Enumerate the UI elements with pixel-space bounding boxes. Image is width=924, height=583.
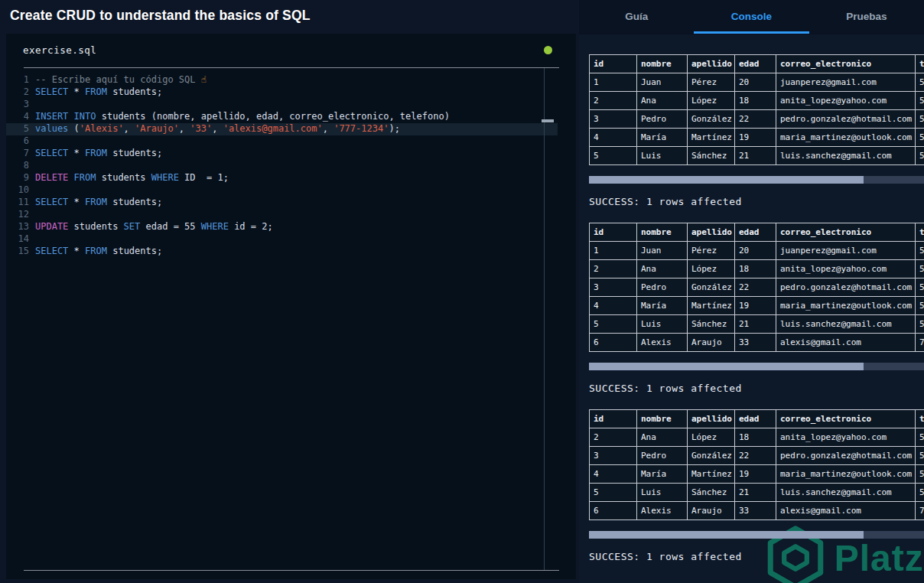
line-number: 6 [6, 135, 29, 148]
success-message: SUCCESS: 1 rows affected [589, 383, 924, 394]
code-line[interactable]: 12 [6, 209, 558, 221]
line-number: 3 [6, 99, 29, 111]
line-number: 9 [6, 172, 29, 184]
code-line[interactable]: 10 [6, 184, 558, 197]
table-header-row: idnombreapellidoedadcorreo_electronicote… [590, 55, 924, 73]
app-root: Create CRUD to understand the basics of … [0, 0, 924, 583]
scrollbar-thumb[interactable] [589, 531, 864, 539]
editor-header: exercise.sql [6, 34, 576, 67]
code-line[interactable]: 8 [6, 160, 558, 172]
table-row: 3PedroGonzález22pedro.gonzalez@hotmail.c… [590, 278, 924, 297]
editor-scrollbar-track[interactable] [544, 68, 545, 570]
code-line[interactable]: 9DELETE FROM students WHERE ID = 1; [6, 172, 558, 184]
tab-pruebas[interactable]: Pruebas [809, 0, 924, 34]
tab-bar: GuíaConsolePruebas [579, 0, 924, 34]
console-pane: GuíaConsolePruebas idnombreapellidoedadc… [579, 0, 924, 583]
success-message: SUCCESS: 1 rows affected [589, 196, 924, 207]
table-row: 3PedroGonzález22pedro.gonzalez@hotmail.c… [590, 447, 924, 465]
horizontal-scrollbar[interactable] [589, 176, 924, 184]
table-row: 5LuisSánchez21luis.sanchez@gmail.com555-… [590, 315, 924, 334]
table-row: 2AnaLópez18anita_lopez@yahoo.com555-5678 [590, 428, 924, 447]
line-number: 14 [6, 233, 29, 246]
editor-filename: exercise.sql [23, 44, 96, 56]
tab-guía[interactable]: Guía [579, 0, 694, 34]
table-header-row: idnombreapellidoedadcorreo_electronicote… [590, 223, 924, 242]
code-line[interactable]: 13UPDATE students SET edad = 55 WHERE id… [6, 221, 558, 233]
exercise-pane: Create CRUD to understand the basics of … [0, 0, 579, 583]
table-row: 6AlexisAraujo33alexis@gmail.com777-1234 [590, 334, 924, 352]
line-number: 15 [6, 246, 29, 258]
table-header-row: idnombreapellidoedadcorreo_electronicote… [590, 410, 924, 428]
line-number: 4 [6, 111, 29, 123]
scrollbar-thumb[interactable] [589, 363, 864, 370]
code-line[interactable]: 14 [6, 233, 558, 246]
page-title: Create CRUD to understand the basics of … [0, 0, 579, 24]
line-number: 10 [6, 184, 29, 197]
horizontal-scrollbar[interactable] [589, 531, 924, 539]
table-row: 4MaríaMartínez19maria_martinez@outlook.c… [590, 465, 924, 484]
scrollbar-thumb[interactable] [589, 176, 864, 184]
code-editor[interactable]: exercise.sql 1-- Escribe aquí tu código … [6, 34, 576, 579]
table-row: 5LuisSánchez21luis.sanchez@gmail.com555-… [590, 147, 924, 165]
table-row: 1JuanPérez20juanperez@gmail.com555-1234 [590, 242, 924, 260]
line-number: 5 [6, 123, 29, 135]
code-line[interactable]: 11SELECT * FROM students; [6, 197, 558, 209]
table-row: 4MaríaMartínez19maria_martinez@outlook.c… [590, 129, 924, 147]
table-row: 4MaríaMartínez19maria_martinez@outlook.c… [590, 297, 924, 315]
editor-status-dot [544, 46, 552, 54]
result-table: idnombreapellidoedadcorreo_electronicote… [589, 223, 924, 352]
console-output: idnombreapellidoedadcorreo_electronicote… [579, 34, 924, 562]
code-line[interactable]: 15SELECT * FROM students; [6, 246, 558, 258]
code-line[interactable]: 3 [6, 99, 558, 111]
code-line[interactable]: 7SELECT * FROM students; [6, 148, 558, 160]
code-line[interactable]: 6 [6, 135, 558, 148]
line-number: 8 [6, 160, 29, 172]
table-row: 1JuanPérez20juanperez@gmail.com555-1234 [590, 73, 924, 92]
line-number: 2 [6, 86, 29, 99]
editor-scrollbar-thumb[interactable] [542, 119, 554, 122]
table-row: 2AnaLópez18anita_lopez@yahoo.com555-5678 [590, 92, 924, 110]
code-line[interactable]: 5values ('Alexis', 'Araujo', '33', 'alex… [6, 123, 558, 135]
code-line[interactable]: 2SELECT * FROM students; [6, 86, 558, 99]
result-table: idnombreapellidoedadcorreo_electronicote… [589, 54, 924, 165]
line-number: 7 [6, 148, 29, 160]
table-row: 3PedroGonzález22pedro.gonzalez@hotmail.c… [590, 110, 924, 129]
code-lines[interactable]: 1-- Escribe aquí tu código SQL ☝2SELECT … [6, 68, 576, 570]
line-number: 11 [6, 197, 29, 209]
code-line[interactable]: 1-- Escribe aquí tu código SQL ☝ [6, 74, 558, 86]
line-number: 12 [6, 209, 29, 221]
table-row: 5LuisSánchez21luis.sanchez@gmail.com555-… [590, 484, 924, 502]
line-number: 1 [6, 74, 29, 86]
table-row: 6AlexisAraujo33alexis@gmail.com777-1234 [590, 502, 924, 520]
code-line[interactable]: 4INSERT INTO students (nombre, apellido,… [6, 111, 558, 123]
success-message: SUCCESS: 1 rows affected [589, 551, 924, 562]
tab-console[interactable]: Console [694, 0, 808, 34]
result-table: idnombreapellidoedadcorreo_electronicote… [589, 409, 924, 520]
line-number: 13 [6, 221, 29, 233]
editor-bottom-divider [24, 570, 559, 571]
horizontal-scrollbar[interactable] [589, 363, 924, 370]
table-row: 2AnaLópez18anita_lopez@yahoo.com555-5678 [590, 260, 924, 278]
